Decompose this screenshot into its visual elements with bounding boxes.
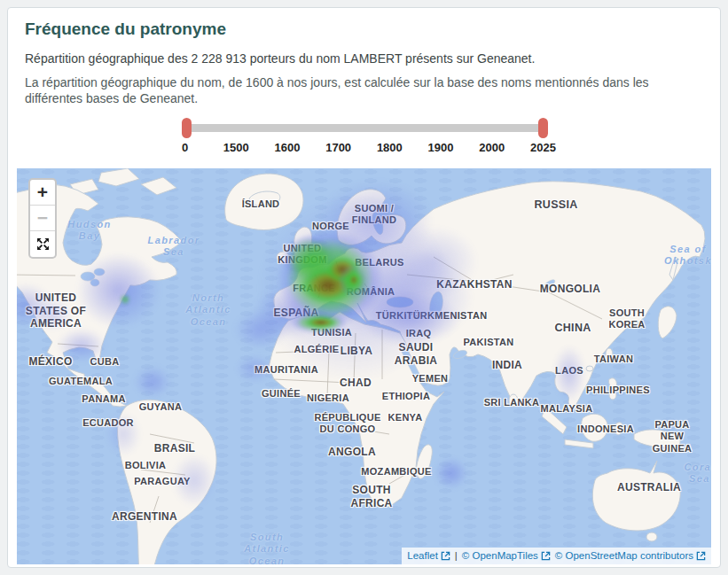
page-title: Fréquence du patronyme: [25, 19, 703, 39]
map-zoom-controls: + −: [28, 178, 57, 259]
slider-track[interactable]: [185, 124, 544, 132]
subtitle: Répartition géographique des 2 228 913 p…: [25, 51, 703, 66]
external-link-icon: [541, 551, 551, 561]
attribution-separator: |: [455, 550, 458, 561]
world-heatmap[interactable]: Hudson BayLabrador SeaNorth Atlantic Oce…: [17, 168, 711, 564]
map-attribution: Leaflet | © OpenMapTiles © OpenStreetMap…: [402, 548, 711, 564]
slider-tick-labels: 01500160017001800190020002025: [185, 141, 544, 155]
fullscreen-button[interactable]: [30, 231, 55, 257]
slider-tick: 1500: [223, 141, 249, 154]
zoom-out-button[interactable]: −: [30, 206, 55, 231]
external-link-icon: [696, 551, 706, 561]
frequency-card: Fréquence du patronyme Répartition géogr…: [7, 7, 721, 568]
openmaptiles-link-label: © OpenMapTiles: [462, 550, 538, 561]
slider-handle-max[interactable]: [538, 118, 548, 138]
leaflet-link-label: Leaflet: [407, 550, 438, 561]
leaflet-link[interactable]: Leaflet: [407, 550, 450, 561]
slider-tick: 1900: [428, 141, 454, 154]
external-link-icon: [441, 551, 450, 561]
zoom-in-button[interactable]: +: [30, 180, 55, 206]
slider-tick: 1700: [325, 141, 351, 154]
slider-handle-min[interactable]: [182, 118, 192, 138]
osm-link-label: © OpenStreetMap contributors: [555, 550, 693, 561]
osm-contributors-link[interactable]: © OpenStreetMap contributors: [555, 550, 706, 561]
slider-tick: 2025: [530, 141, 556, 154]
slider-tick: 0: [182, 141, 188, 154]
openmaptiles-link[interactable]: © OpenMapTiles: [462, 550, 551, 561]
description: La répartition géographique du nom, de 1…: [25, 74, 703, 106]
slider-tick: 1800: [377, 141, 403, 154]
fullscreen-icon: [36, 237, 50, 251]
year-range-slider[interactable]: 01500160017001800190020002025: [185, 119, 544, 156]
slider-tick: 2000: [479, 141, 505, 154]
basemap: [17, 168, 711, 564]
slider-tick: 1600: [274, 141, 300, 154]
